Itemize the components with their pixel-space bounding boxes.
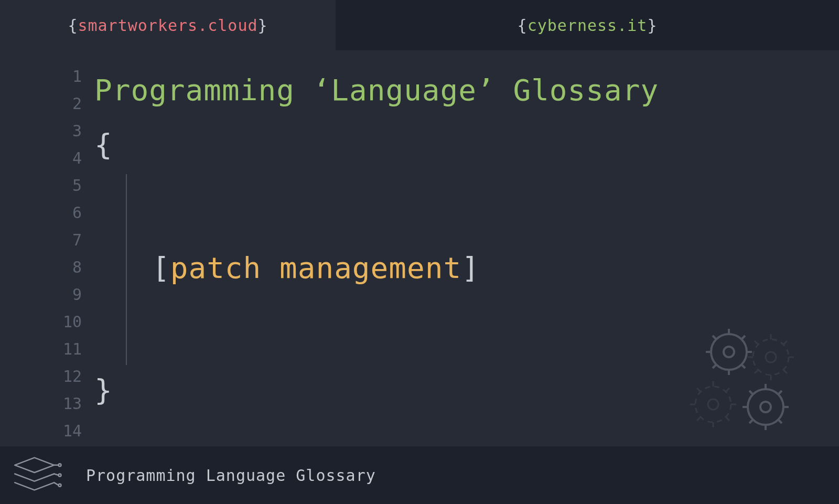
glossary-term: [patch management] [152,251,480,285]
brace-close: } [647,16,657,35]
line-number: 11 [0,336,94,363]
line-number: 7 [0,227,94,254]
brace-open: { [68,16,78,35]
line-number: 14 [0,417,94,445]
footer-bar: Programming Language Glossary [0,446,839,504]
bracket-close: ] [461,251,480,285]
line-number: 12 [0,363,94,390]
code-brace-open: { [94,117,839,172]
line-number: 5 [0,172,94,199]
indent-guide [126,174,127,365]
code-area: Programming ‘Language’ Glossary { [patch… [94,50,839,446]
bracket-open: [ [152,251,170,285]
tab-smartworkers[interactable]: {smartworkers.cloud} [0,0,336,50]
tab-smartworkers-label: smartworkers.cloud [78,16,257,35]
tab-cyberness-label: cyberness.it [528,16,648,35]
glossary-term-text: patch management [170,251,461,285]
line-gutter: 1234567891011121314 [0,50,94,446]
line-number: 1 [0,63,94,90]
line-number: 8 [0,254,94,281]
line-number: 9 [0,281,94,308]
svg-line-25 [54,474,58,476]
line-number: 3 [0,117,94,145]
line-number: 13 [0,390,94,417]
tab-cyberness[interactable]: {cyberness.it} [336,0,839,50]
svg-line-26 [54,482,58,485]
glossary-title: Programming ‘Language’ Glossary [94,63,839,117]
brace-open: { [518,16,528,35]
editor-area: 1234567891011121314 Programming ‘Languag… [0,50,839,446]
line-number: 6 [0,199,94,227]
layers-icon [13,454,65,496]
line-number: 2 [0,90,94,117]
footer-title: Programming Language Glossary [86,466,376,485]
line-number: 4 [0,145,94,172]
tab-bar: {smartworkers.cloud} {cyberness.it} [0,0,839,50]
line-number: 10 [0,308,94,336]
brace-close: } [258,16,268,35]
gears-icon [661,315,818,441]
svg-marker-20 [15,458,54,473]
